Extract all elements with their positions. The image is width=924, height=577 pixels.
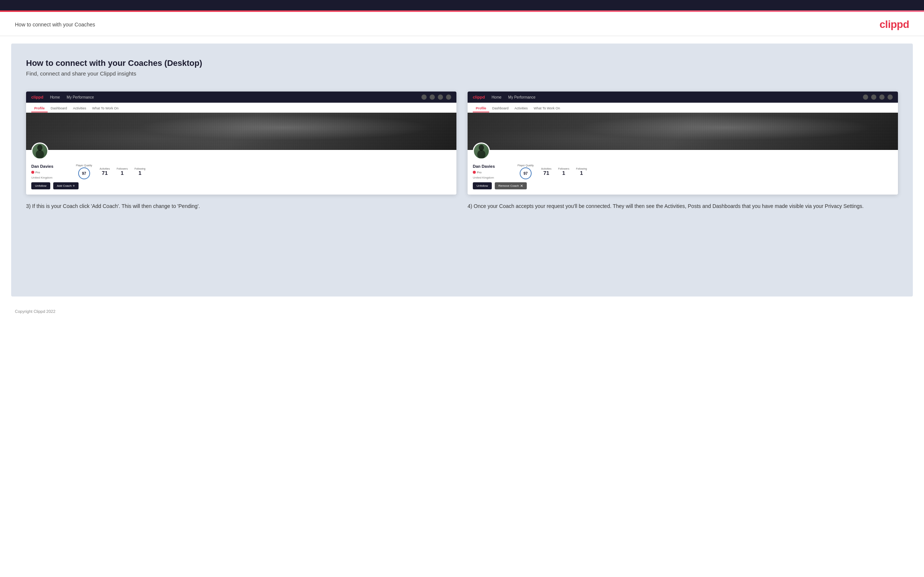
mock-nav-home-1: Home bbox=[50, 95, 60, 99]
settings-icon-1 bbox=[438, 95, 443, 100]
mock-nav-icons-2 bbox=[863, 95, 893, 100]
add-coach-button-1[interactable]: Add Coach + bbox=[53, 182, 79, 189]
mock-location-1: United Kingdom bbox=[31, 176, 76, 179]
mock-hero-1 bbox=[26, 113, 456, 150]
mock-buttons-1: Unfollow Add Coach + bbox=[31, 182, 451, 189]
mock-profile-main-2: Dan Davies Pro United Kingdom bbox=[473, 154, 893, 179]
mock-nav-icons-1 bbox=[422, 95, 451, 100]
tab-activities-2[interactable]: Activities bbox=[512, 105, 531, 112]
plus-icon-1: + bbox=[73, 184, 75, 188]
tab-profile-1[interactable]: Profile bbox=[31, 105, 48, 112]
mock-player-name-1: Dan Davies bbox=[31, 164, 76, 169]
following-label-1: Following bbox=[134, 168, 145, 170]
mock-nav-1: clippd Home My Performance bbox=[26, 92, 456, 103]
screenshot-col-2: clippd Home My Performance Profile Dashb… bbox=[468, 92, 898, 210]
pq-circle-1: 97 bbox=[78, 168, 90, 179]
mock-profile-left-2: Dan Davies Pro United Kingdom bbox=[473, 154, 517, 179]
mock-logo-1: clippd bbox=[31, 95, 43, 99]
avatar-icon-1 bbox=[446, 95, 451, 100]
following-value-1: 1 bbox=[139, 170, 142, 176]
pq-label-2: Player Quality bbox=[517, 164, 534, 167]
activities-value-1: 71 bbox=[102, 170, 108, 176]
mock-location-2: United Kingdom bbox=[473, 176, 517, 179]
activities-label-1: Activities bbox=[100, 168, 110, 170]
header: How to connect with your Coaches clippd bbox=[0, 12, 924, 36]
pq-label-1: Player Quality bbox=[76, 164, 92, 167]
mock-stat-following-1: Following 1 bbox=[134, 168, 145, 176]
mock-profile-right-2: Player Quality 97 Activities 71 Follower… bbox=[517, 164, 893, 179]
tab-what-to-work-on-2[interactable]: What To Work On bbox=[531, 105, 563, 112]
followers-value-2: 1 bbox=[562, 170, 565, 176]
svg-point-0 bbox=[37, 145, 42, 151]
mock-buttons-2: Unfollow Remove Coach ✕ bbox=[473, 182, 893, 189]
user-icon-1 bbox=[430, 95, 435, 100]
mock-stat-following-2: Following 1 bbox=[576, 168, 587, 176]
search-icon-1 bbox=[422, 95, 426, 100]
mock-hero-grainy-2 bbox=[468, 113, 898, 150]
header-title: How to connect with your Coaches bbox=[15, 22, 95, 27]
followers-value-1: 1 bbox=[121, 170, 124, 176]
remove-coach-button-2[interactable]: Remove Coach ✕ bbox=[495, 182, 527, 189]
badge-dot-1 bbox=[31, 171, 34, 174]
mock-profile-right-1: Player Quality 97 Activities 71 Follower… bbox=[76, 164, 451, 179]
tab-activities-1[interactable]: Activities bbox=[70, 105, 89, 112]
mock-hero-grainy-1 bbox=[26, 113, 456, 150]
svg-point-2 bbox=[479, 145, 484, 151]
description-2: 4) Once your Coach accepts your request … bbox=[468, 202, 898, 210]
mock-badge-2: Pro bbox=[473, 171, 481, 174]
description-1: 3) If this is your Coach click 'Add Coac… bbox=[26, 202, 456, 210]
mock-badge-1: Pro bbox=[31, 171, 40, 174]
following-label-2: Following bbox=[576, 168, 587, 170]
mock-nav-performance-1: My Performance bbox=[67, 95, 94, 99]
mock-logo-2: clippd bbox=[473, 95, 485, 99]
unfollow-button-1[interactable]: Unfollow bbox=[31, 182, 50, 189]
activities-label-2: Activities bbox=[541, 168, 552, 170]
mock-profile-main-1: Dan Davies Pro United Kingdom bbox=[31, 154, 451, 179]
pq-circle-2: 97 bbox=[520, 168, 531, 179]
settings-icon-2 bbox=[879, 95, 885, 100]
mock-tabs-1: Profile Dashboard Activities What To Wor… bbox=[26, 103, 456, 113]
top-bar bbox=[0, 0, 924, 10]
badge-dot-2 bbox=[473, 171, 476, 174]
copyright-text: Copyright Clippd 2022 bbox=[15, 309, 55, 314]
user-icon-2 bbox=[871, 95, 876, 100]
activities-value-2: 71 bbox=[544, 170, 549, 176]
tab-dashboard-1[interactable]: Dashboard bbox=[48, 105, 70, 112]
screenshots-row: clippd Home My Performance Profile Dashb… bbox=[26, 92, 898, 210]
tab-what-to-work-on-1[interactable]: What To Work On bbox=[89, 105, 122, 112]
mock-nav-home-2: Home bbox=[491, 95, 501, 99]
tab-dashboard-2[interactable]: Dashboard bbox=[489, 105, 512, 112]
mock-profile-section-2: Dan Davies Pro United Kingdom bbox=[468, 150, 898, 195]
mock-stat-pq-2: Player Quality 97 bbox=[517, 164, 534, 179]
mock-tabs-2: Profile Dashboard Activities What To Wor… bbox=[468, 103, 898, 113]
page-heading: How to connect with your Coaches (Deskto… bbox=[26, 58, 898, 68]
mock-player-name-2: Dan Davies bbox=[473, 164, 517, 169]
mock-nav-2: clippd Home My Performance bbox=[468, 92, 898, 103]
mock-profile-left-1: Dan Davies Pro United Kingdom bbox=[31, 154, 76, 179]
mock-stat-followers-1: Followers 1 bbox=[116, 168, 128, 176]
mock-browser-2: clippd Home My Performance Profile Dashb… bbox=[468, 92, 898, 195]
mock-stat-pq-1: Player Quality 97 bbox=[76, 164, 92, 179]
footer: Copyright Clippd 2022 bbox=[0, 304, 924, 319]
mock-nav-performance-2: My Performance bbox=[508, 95, 535, 99]
mock-profile-section-1: Dan Davies Pro United Kingdom bbox=[26, 150, 456, 195]
mock-stat-activities-2: Activities 71 bbox=[541, 168, 552, 176]
mock-hero-2 bbox=[468, 113, 898, 150]
followers-label-2: Followers bbox=[558, 168, 569, 170]
tab-profile-2[interactable]: Profile bbox=[473, 105, 489, 112]
avatar-icon-2 bbox=[887, 95, 893, 100]
clippd-logo: clippd bbox=[880, 19, 909, 31]
unfollow-button-2[interactable]: Unfollow bbox=[473, 182, 492, 189]
following-value-2: 1 bbox=[580, 170, 583, 176]
followers-label-1: Followers bbox=[116, 168, 128, 170]
page-subheading: Find, connect and share your Clippd insi… bbox=[26, 70, 898, 77]
screenshot-col-1: clippd Home My Performance Profile Dashb… bbox=[26, 92, 456, 210]
mock-stat-followers-2: Followers 1 bbox=[558, 168, 569, 176]
mock-stat-activities-1: Activities 71 bbox=[100, 168, 110, 176]
main-content: How to connect with your Coaches (Deskto… bbox=[11, 44, 913, 297]
mock-browser-1: clippd Home My Performance Profile Dashb… bbox=[26, 92, 456, 195]
search-icon-2 bbox=[863, 95, 868, 100]
close-icon-2: ✕ bbox=[520, 184, 523, 188]
